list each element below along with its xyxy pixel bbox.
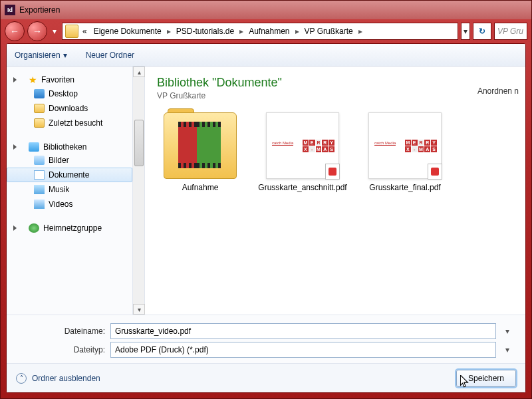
libraries-label: Bibliotheken <box>43 142 86 152</box>
sidebar-item-recent[interactable]: Zuletzt besucht <box>7 116 132 130</box>
search-placeholder: VP Gru <box>497 27 523 36</box>
filename-label: Dateiname: <box>19 327 105 336</box>
forward-button[interactable]: → <box>27 21 47 41</box>
collapse-icon[interactable] <box>13 225 17 231</box>
indesign-icon: Id <box>5 5 15 15</box>
breadcrumb-item[interactable]: PSD-tutorials.de <box>174 27 237 36</box>
scroll-up-icon[interactable]: ▴ <box>133 66 145 77</box>
pdf-thumbnail: catch Media MERRY X-MAS <box>266 112 339 179</box>
breadcrumb-dropdown[interactable]: ▾ <box>461 23 470 40</box>
nav-row: ← → ▾ « Eigene Dokumente ▸ PSD-tutorials… <box>1 19 531 43</box>
folder-item[interactable]: Aufnahme <box>157 112 243 193</box>
sidebar-item-music[interactable]: Musik <box>7 182 132 197</box>
breadcrumb-item[interactable]: VP Grußkarte <box>302 27 356 36</box>
libraries-icon <box>29 142 39 152</box>
window-title: Exportieren <box>19 5 60 15</box>
save-button[interactable]: Speichern <box>456 370 516 387</box>
folder-icon <box>65 25 78 38</box>
filetype-select[interactable]: Adobe PDF (Druck) (*.pdf) <box>110 342 496 358</box>
music-icon <box>34 185 45 194</box>
back-button[interactable]: ← <box>5 21 25 41</box>
folder-icon <box>34 104 45 113</box>
pdf-icon <box>325 164 340 180</box>
homegroup-header[interactable]: Heimnetzgruppe <box>7 221 132 234</box>
desktop-icon <box>34 89 45 98</box>
sidebar-item-desktop[interactable]: Desktop <box>7 86 132 101</box>
pdf-icon <box>428 164 442 180</box>
sidebar: ★Favoriten Desktop Downloads Zuletzt bes… <box>7 66 133 315</box>
filename-dropdown-icon[interactable]: ▾ <box>501 327 513 336</box>
filename-input[interactable]: Grusskarte_video.pdf <box>110 323 496 339</box>
thumbnail-text: catch Media <box>374 141 396 146</box>
sidebar-item-downloads[interactable]: Downloads <box>7 101 132 116</box>
collapse-icon[interactable] <box>13 144 17 150</box>
libraries-header[interactable]: Bibliotheken <box>7 140 132 153</box>
sidebar-item-label: Zuletzt besucht <box>49 118 102 128</box>
filetype-dropdown-icon[interactable]: ▾ <box>501 345 513 354</box>
chevron-right-icon[interactable]: ▸ <box>294 27 301 36</box>
file-label: Aufnahme <box>182 183 219 193</box>
organize-button[interactable]: Organisieren ▾ <box>15 51 67 60</box>
library-subtitle: VP Grußkarte <box>157 91 513 100</box>
chevron-down-icon: ▾ <box>63 51 67 60</box>
file-list-area[interactable]: Bibliothek "Dokumente" VP Grußkarte Anor… <box>145 66 525 315</box>
hide-folders-label: Ordner ausblenden <box>32 374 100 383</box>
pictures-icon <box>34 156 45 165</box>
breadcrumb-item[interactable]: Eigene Dokumente <box>91 27 164 36</box>
sidebar-scrollbar[interactable]: ▴ ▾ <box>133 66 145 315</box>
file-grid: Aufnahme catch Media MERRY X-MAS Grusska… <box>157 112 513 193</box>
titlebar[interactable]: Id Exportieren <box>1 1 531 19</box>
videos-icon <box>34 200 45 209</box>
dialog-footer: ˄ Ordner ausblenden Speichern <box>7 363 525 392</box>
arrange-by[interactable]: Anordnen n <box>477 86 519 96</box>
pdf-thumbnail: catch Media MERRY X-MAS <box>368 112 442 179</box>
filetype-value: Adobe PDF (Druck) (*.pdf) <box>115 345 209 354</box>
dialog-body: Organisieren ▾ Neuer Ordner ★Favoriten D… <box>6 43 526 393</box>
sidebar-item-label: Desktop <box>49 89 78 98</box>
sidebar-item-pictures[interactable]: Bilder <box>7 153 132 168</box>
export-dialog: Id Exportieren ← → ▾ « Eigene Dokumente … <box>0 0 532 399</box>
chevron-right-icon[interactable]: ▸ <box>357 27 364 36</box>
sidebar-item-label: Downloads <box>49 104 88 113</box>
favorites-header[interactable]: ★Favoriten <box>7 72 132 86</box>
scroll-thumb[interactable] <box>134 120 144 166</box>
thumbnail-text: catch Media <box>272 141 293 146</box>
organize-label: Organisieren <box>15 51 61 60</box>
scroll-down-icon[interactable]: ▾ <box>133 304 145 315</box>
refresh-button[interactable]: ↻ <box>473 23 491 40</box>
file-label: Grusskarte_anschnitt.pdf <box>258 183 346 193</box>
star-icon: ★ <box>29 74 37 85</box>
sidebar-item-label: Dokumente <box>49 170 89 180</box>
breadcrumb-overflow[interactable]: « <box>80 27 90 36</box>
homegroup-label: Heimnetzgruppe <box>43 223 102 233</box>
favorites-label: Favoriten <box>41 75 74 84</box>
toolbar: Organisieren ▾ Neuer Ordner <box>7 44 525 66</box>
folder-icon <box>34 118 45 128</box>
chevron-right-icon[interactable]: ▸ <box>238 27 245 36</box>
sidebar-item-label: Videos <box>49 200 72 209</box>
breadcrumb-item[interactable]: Aufnahmen <box>246 27 292 36</box>
breadcrumb[interactable]: « Eigene Dokumente ▸ PSD-tutorials.de ▸ … <box>62 23 458 40</box>
sidebar-item-label: Bilder <box>49 156 69 165</box>
library-title: Bibliothek "Dokumente" <box>157 76 513 90</box>
collapse-icon[interactable] <box>13 77 17 82</box>
filetype-label: Dateityp: <box>19 345 105 354</box>
save-label: Speichern <box>468 374 504 383</box>
sidebar-item-videos[interactable]: Videos <box>7 197 132 211</box>
chevron-up-icon: ˄ <box>16 373 27 384</box>
pdf-item[interactable]: catch Media MERRY X-MAS Grusskarte_final… <box>362 112 448 193</box>
sidebar-item-documents[interactable]: Dokumente <box>7 168 132 182</box>
sidebar-item-label: Musik <box>49 185 69 194</box>
save-form: Dateiname: Grusskarte_video.pdf ▾ Dateit… <box>7 315 525 363</box>
pdf-item[interactable]: catch Media MERRY X-MAS Grusskarte_ansch… <box>259 112 346 193</box>
new-folder-button[interactable]: Neuer Ordner <box>86 51 134 60</box>
file-label: Grusskarte_final.pdf <box>369 183 440 193</box>
folder-thumbnail <box>164 112 237 179</box>
hide-folders-button[interactable]: ˄ Ordner ausblenden <box>16 373 100 384</box>
chevron-right-icon[interactable]: ▸ <box>166 27 172 36</box>
history-dropdown-icon[interactable]: ▾ <box>50 24 59 39</box>
documents-icon <box>34 170 45 180</box>
filename-value: Grusskarte_video.pdf <box>115 327 191 336</box>
search-input[interactable]: VP Gru <box>494 23 527 40</box>
homegroup-icon <box>29 223 39 233</box>
